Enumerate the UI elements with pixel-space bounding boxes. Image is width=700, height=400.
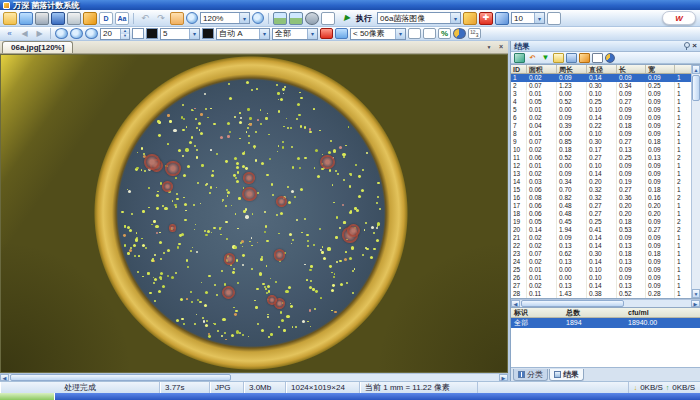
numbering-icon[interactable] — [468, 28, 481, 39]
open-file-icon[interactable] — [3, 12, 17, 25]
rect-select-icon[interactable] — [592, 53, 603, 63]
edit-icon[interactable] — [83, 12, 97, 25]
table-row[interactable]: 130.020.090.140.090.091 — [511, 170, 700, 178]
close-icon[interactable]: × — [692, 42, 697, 50]
column-header[interactable]: ID — [511, 65, 527, 73]
table-row[interactable]: 40.050.520.250.270.091 — [511, 98, 700, 106]
table-row[interactable]: 90.070.850.300.270.181 — [511, 138, 700, 146]
add-marker-icon[interactable] — [479, 12, 493, 25]
split-circle-icon[interactable] — [453, 28, 466, 39]
scroll-right-icon[interactable]: ▶ — [499, 374, 508, 381]
results-panel-titlebar[interactable]: 结果 × — [511, 41, 700, 52]
table-row[interactable]: 150.060.700.320.270.181 — [511, 186, 700, 194]
spin-down-icon[interactable]: ▼ — [121, 34, 129, 39]
table-horizontal-scrollbar[interactable]: ◀ ▶ — [511, 299, 700, 307]
chevron-down-icon[interactable]: ▾ — [534, 13, 544, 23]
table-row[interactable]: 220.020.130.140.130.091 — [511, 242, 700, 250]
table-row[interactable]: 30.010.000.100.090.091 — [511, 90, 700, 98]
table-row[interactable]: 210.020.090.140.090.091 — [511, 234, 700, 242]
table-row[interactable]: 120.010.000.100.090.091 — [511, 162, 700, 170]
next-image-icon[interactable] — [289, 12, 303, 25]
undo-icon[interactable] — [138, 12, 152, 25]
chevron-down-icon[interactable]: ▾ — [259, 29, 269, 39]
table-row[interactable]: 60.020.090.140.090.091 — [511, 114, 700, 122]
column-header[interactable]: 直径 — [587, 65, 617, 73]
run-button[interactable]: 执行 — [337, 12, 375, 25]
close-tab-icon[interactable] — [496, 42, 506, 51]
background-color-swatch[interactable] — [132, 28, 144, 39]
next-record-icon[interactable] — [33, 28, 46, 39]
export-icon[interactable] — [514, 53, 525, 63]
mode-select[interactable]: 自动 A ▾ — [216, 28, 270, 40]
size-select[interactable]: 5 ▾ — [160, 28, 200, 40]
magnify-remove-icon[interactable] — [85, 28, 98, 39]
save-icon[interactable] — [51, 12, 65, 25]
table-row[interactable]: 240.020.130.140.130.091 — [511, 258, 700, 266]
table-row[interactable]: 160.080.820.320.360.162 — [511, 194, 700, 202]
summary-row[interactable]: 全部189418940.00 — [511, 318, 700, 328]
capture-icon[interactable] — [35, 12, 49, 25]
scroll-down-icon[interactable]: ▼ — [692, 289, 700, 298]
chevron-down-icon[interactable]: ▾ — [307, 29, 317, 39]
table-row[interactable]: 20.071.230.300.340.251 — [511, 82, 700, 90]
image-tab[interactable]: 06a.jpg[120%] — [2, 41, 73, 53]
table-row[interactable]: 280.111.430.380.520.281 — [511, 290, 700, 298]
table-row[interactable]: 70.040.390.220.180.092 — [511, 122, 700, 130]
table-row[interactable]: 50.010.000.100.090.091 — [511, 106, 700, 114]
table-row[interactable]: 100.020.180.170.130.091 — [511, 146, 700, 154]
chevron-down-icon[interactable]: ▾ — [239, 13, 249, 23]
image-select[interactable]: 06a菌落图像 ▾ — [377, 12, 461, 24]
scroll-left-icon[interactable]: ◀ — [511, 300, 520, 307]
tab-results[interactable]: 结果 — [549, 369, 584, 381]
filter-icon[interactable] — [540, 53, 551, 63]
import-icon[interactable] — [19, 12, 33, 25]
table-row[interactable]: 270.020.130.140.130.091 — [511, 282, 700, 290]
table-row[interactable]: 110.060.520.270.250.132 — [511, 154, 700, 162]
annotate-icon[interactable] — [99, 12, 113, 25]
analyze-mode-icon[interactable] — [321, 12, 335, 25]
percent-icon[interactable] — [438, 28, 451, 39]
table-row[interactable]: 10.020.090.140.090.091 — [511, 74, 700, 82]
pie-chart-icon[interactable] — [605, 53, 615, 63]
label-text-icon[interactable] — [115, 12, 129, 25]
column-header[interactable]: 长 — [617, 65, 646, 73]
scroll-up-icon[interactable]: ▲ — [692, 65, 700, 74]
column-header[interactable]: 面积 — [527, 65, 557, 73]
table-row[interactable]: 250.010.000.100.090.091 — [511, 266, 700, 274]
petri-dish-image[interactable] — [0, 54, 508, 373]
first-record-icon[interactable] — [3, 28, 16, 39]
tab-classification[interactable]: 分类 — [513, 369, 548, 381]
refresh-icon[interactable] — [527, 53, 538, 63]
table-row[interactable]: 190.050.450.250.180.092 — [511, 218, 700, 226]
pixel-filter-select[interactable]: < 50像素 ▾ — [350, 28, 406, 40]
scroll-right-icon[interactable]: ▶ — [691, 300, 700, 307]
table-row[interactable]: 180.060.480.270.200.201 — [511, 210, 700, 218]
chevron-down-icon[interactable]: ▾ — [450, 13, 460, 23]
titlebar[interactable]: 万深 菌落计数系统 — [0, 0, 700, 10]
reject-icon[interactable] — [320, 28, 333, 39]
prev-record-icon[interactable] — [18, 28, 31, 39]
table-vertical-scrollbar[interactable]: ▲ ▼ — [691, 65, 700, 298]
redo-icon[interactable] — [154, 12, 168, 25]
palette-icon[interactable] — [463, 12, 477, 25]
copy-icon[interactable] — [553, 53, 564, 63]
column-header[interactable] — [675, 65, 685, 73]
copy-page-icon[interactable] — [423, 28, 436, 39]
sample-icon[interactable] — [335, 28, 348, 39]
zoom-in-icon[interactable] — [252, 12, 264, 24]
marker-color-swatch[interactable] — [202, 28, 214, 39]
magnify-add-icon[interactable] — [70, 28, 83, 39]
zoom-tool-icon[interactable] — [186, 12, 198, 24]
zoom-level-select[interactable]: 120% ▾ — [200, 12, 250, 24]
chevron-down-icon[interactable]: ▾ — [395, 29, 405, 39]
table-row[interactable]: 260.010.000.100.090.091 — [511, 274, 700, 282]
scroll-thumb[interactable] — [10, 374, 231, 381]
magnify-select-icon[interactable] — [55, 28, 68, 39]
report-icon[interactable] — [547, 12, 561, 25]
draw-icon[interactable] — [579, 53, 590, 63]
columns-icon[interactable] — [566, 53, 577, 63]
chevron-down-icon[interactable]: ▾ — [189, 29, 199, 39]
table-row[interactable]: 170.060.480.270.200.201 — [511, 202, 700, 210]
threshold-spinner[interactable]: 20 ▲▼ — [100, 28, 130, 40]
viewer-horizontal-scrollbar[interactable]: ◀ ▶ — [0, 373, 508, 381]
